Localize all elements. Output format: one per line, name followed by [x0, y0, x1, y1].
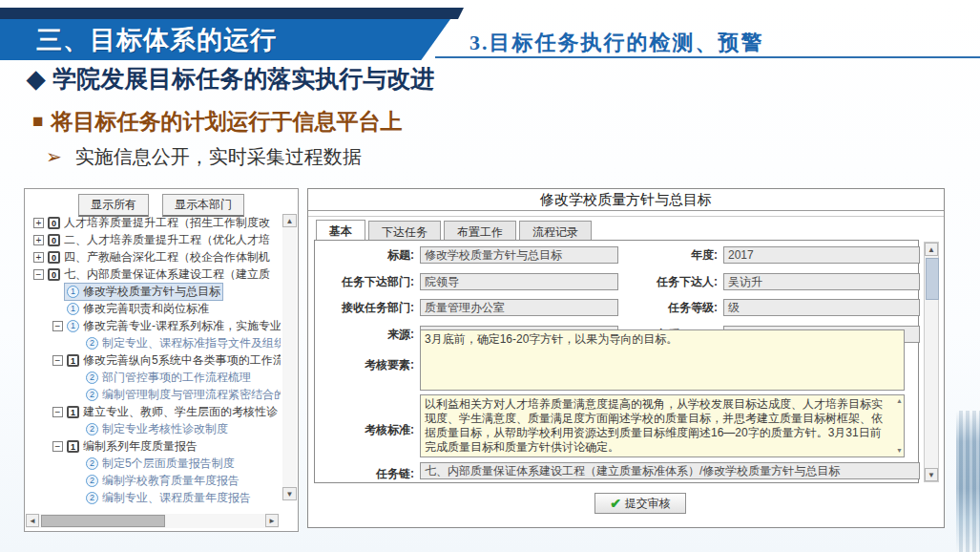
heading-level1-text: 学院发展目标任务的落实执行与改进	[52, 65, 434, 92]
heading-level2: ■将目标任务的计划运行于信息平台上	[32, 107, 402, 137]
tree-item-content[interactable]: 2编制管理制度与管理流程紧密结合的	[83, 386, 281, 404]
tree-item-label: 二、人才培养质量提升工程（优化人才培	[64, 232, 270, 248]
tree-item[interactable]: 2编制管理制度与管理流程紧密结合的	[25, 386, 281, 403]
tree-item-content[interactable]: 2编制专业、课程质量年度报告	[83, 489, 254, 507]
field-input[interactable]: 院领导	[420, 273, 618, 290]
tree-item-content[interactable]: 1修改学校质量方针与总目标	[64, 283, 223, 301]
textarea-label: 考核标准:	[315, 422, 414, 438]
tree-item[interactable]: 1修改学校质量方针与总目标	[25, 283, 281, 300]
collapse-minus-icon[interactable]: −	[52, 321, 63, 331]
tree-item-content[interactable]: 1修改完善职责和岗位标准	[64, 300, 212, 318]
expand-plus-icon[interactable]: +	[33, 218, 44, 228]
tree-item-content[interactable]: +0人才培养质量提升工程（招生工作制度改	[31, 214, 273, 232]
collapse-minus-icon[interactable]: −	[52, 441, 63, 452]
tree-item[interactable]: +0四、产教融合深化工程（校企合作体制机	[25, 248, 281, 265]
textarea-input[interactable]: 3月底前，确定16-20字方针，以果为导向的目标。	[420, 329, 905, 391]
tree-item-content[interactable]: 2制定专业、课程标准指导文件及组织	[83, 334, 281, 352]
submit-review-label: 提交审核	[625, 496, 671, 512]
tree-item-content[interactable]: +0二、人才培养质量提升工程（优化人才培	[31, 231, 273, 249]
tree-item-content[interactable]: −1修改完善专业-课程系列标准，实施专业	[50, 317, 281, 335]
tree-item-label: 编制专业、课程质量年度报告	[102, 490, 251, 506]
tree-horizontal-scrollbar[interactable]: ◄ ►	[26, 514, 279, 528]
form-field-row: 任务下达部门:院领导任务下达人:吴访升	[315, 273, 918, 292]
scroll-right-icon[interactable]: ►	[265, 514, 279, 527]
tree-item-content[interactable]: −1编制系列年度质量报告	[50, 437, 200, 456]
task-count-badge: 1	[67, 406, 79, 418]
collapse-minus-icon[interactable]: −	[33, 269, 44, 280]
task-number-icon: 2	[86, 337, 98, 350]
hscroll-thumb[interactable]	[41, 515, 165, 527]
scroll-up-icon[interactable]: ▲	[925, 243, 938, 256]
vscroll-thumb[interactable]	[926, 258, 939, 300]
tree-item[interactable]: −1修改完善纵向5系统中各类事项的工作流	[25, 351, 281, 369]
tree-item-label: 四、产教融合深化工程（校企合作体制机	[64, 249, 270, 265]
task-count-badge: 1	[67, 354, 79, 367]
scroll-down-icon[interactable]: ▼	[896, 447, 903, 455]
tree-item-content[interactable]: −1建立专业、教师、学生层面的考核性诊	[50, 403, 281, 421]
chain-input[interactable]: 七、内部质量保证体系建设工程（建立质量标准体系）/修改学校质量方针与总目标	[420, 462, 920, 479]
tree-item[interactable]: −0七、内部质量保证体系建设工程（建立质	[25, 265, 281, 283]
tree-item[interactable]: −1建立专业、教师、学生层面的考核性诊	[25, 403, 281, 420]
tree-item-content[interactable]: +0四、产教融合深化工程（校企合作体制机	[31, 248, 273, 266]
tree-item-label: 修改完善纵向5系统中各类事项的工作流	[83, 352, 281, 369]
tree-item-content[interactable]: 2编制学校教育质量年度报告	[83, 472, 242, 490]
submit-review-button[interactable]: ✔ 提交审核	[594, 493, 686, 514]
task-form-panel: 修改学校质量方针与总目标 基本下达任务布置工作流程记录 标题:修改学校质量方针与…	[307, 188, 945, 528]
collapse-minus-icon[interactable]: −	[52, 355, 63, 366]
form-vertical-scrollbar[interactable]: ▲ ▼	[924, 242, 939, 482]
tree-item[interactable]: 2编制学校教育质量年度报告	[25, 472, 281, 489]
tree-item[interactable]: −1修改完善专业-课程系列标准，实施专业	[25, 317, 281, 334]
task-number-icon: 1	[67, 286, 79, 298]
field-input[interactable]: 吴访升	[723, 273, 920, 290]
collapse-minus-icon[interactable]: −	[52, 407, 63, 417]
tree-item[interactable]: 2制定专业考核性诊改制度	[25, 420, 281, 437]
square-bullet-icon: ■	[32, 111, 43, 131]
tree-item-content[interactable]: 2制定专业考核性诊改制度	[83, 420, 231, 438]
expand-plus-icon[interactable]: +	[33, 235, 44, 245]
tree-item[interactable]: 2制定专业、课程标准指导文件及组织	[25, 334, 281, 351]
slide: 三、目标体系的运行 3.目标任务执行的检测、预警 ◆学院发展目标任务的落实执行与…	[0, 0, 980, 552]
tree-item-content[interactable]: 2制定5个层面质量报告制度	[83, 455, 238, 473]
tree-item-label: 部门管控事项的工作流程梳理	[102, 370, 251, 386]
arrow-bullet-icon: ➢	[46, 146, 62, 167]
tree-item-content[interactable]: −0七、内部质量保证体系建设工程（建立质	[31, 265, 273, 284]
header-navy-strip	[0, 8, 464, 19]
scroll-down-icon[interactable]: ▼	[925, 468, 938, 481]
field-label: 任务等级:	[618, 299, 718, 317]
task-count-badge: 0	[48, 234, 60, 246]
section-banner: 三、目标体系的运行	[0, 19, 450, 60]
tree-vertical-scrollbar[interactable]: ▲ ▼	[282, 214, 297, 500]
tree-item-content[interactable]: −1修改完善纵向5系统中各类事项的工作流	[50, 351, 281, 370]
field-label: 年度:	[618, 246, 718, 265]
field-input[interactable]: 修改学校质量方针与总目标	[420, 246, 618, 264]
form-field-row: 接收任务部门:质量管理办公室任务等级:级	[315, 299, 918, 318]
tree-item-label: 修改完善专业-课程系列标准，实施专业	[83, 318, 281, 334]
tree-item[interactable]: −1编制系列年度质量报告	[25, 437, 281, 455]
form-body: 标题:修改学校质量方针与总目标年度:2017任务下达部门:院领导任务下达人:吴访…	[314, 240, 919, 483]
tree-item[interactable]: +0二、人才培养质量提升工程（优化人才培	[25, 231, 281, 248]
task-number-icon: 1	[67, 320, 79, 332]
tree-item-content[interactable]: 2部门管控事项的工作流程梳理	[83, 369, 254, 387]
field-input[interactable]: 级	[723, 299, 920, 316]
tree-item-label: 修改学校质量方针与总目标	[83, 284, 220, 300]
expand-plus-icon[interactable]: +	[33, 252, 44, 263]
form-field-row: 标题:修改学校质量方针与总目标年度:2017	[315, 246, 918, 265]
textarea-label: 考核要素:	[315, 357, 414, 373]
scroll-left-icon[interactable]: ◄	[26, 514, 39, 527]
scroll-up-icon[interactable]: ▲	[896, 397, 903, 405]
tree-item[interactable]: 2制定5个层面质量报告制度	[25, 455, 281, 472]
textarea-input[interactable]: 以利益相关方对人才培养质量满意度提高的视角，从学校发展目标达成度、人才培养目标实…	[420, 394, 905, 457]
tree-item-label: 制定专业、课程标准指导文件及组织	[102, 335, 281, 351]
field-input[interactable]: 2017	[723, 246, 920, 264]
tree-item[interactable]: 2部门管控事项的工作流程梳理	[25, 369, 281, 386]
tree-item[interactable]: +0人才培养质量提升工程（招生工作制度改	[25, 214, 281, 231]
scroll-up-icon[interactable]: ▲	[282, 214, 297, 227]
form-title: 修改学校质量方针与总目标	[308, 189, 944, 211]
field-input[interactable]: 质量管理办公室	[420, 299, 618, 316]
tree-item[interactable]: 2编制专业、课程质量年度报告	[25, 489, 281, 506]
tree-item[interactable]: 1修改完善职责和岗位标准	[25, 300, 281, 317]
tree-item-label: 制定专业考核性诊改制度	[102, 421, 228, 437]
tree-item-label: 建立专业、教师、学生层面的考核性诊	[83, 404, 278, 420]
scroll-down-icon[interactable]: ▼	[282, 487, 297, 500]
heading-level2-text: 将目标任务的计划运行于信息平台上	[51, 109, 402, 134]
